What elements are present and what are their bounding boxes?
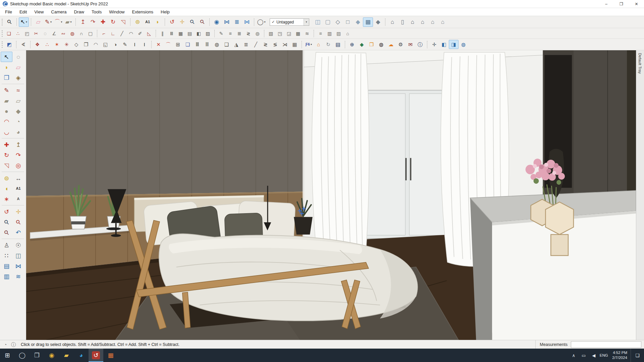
paint-bucket-button[interactable]: ◗: [153, 17, 163, 27]
shaded-style-button[interactable]: ◆: [353, 17, 363, 27]
ext-dome-icon[interactable]: ∩: [77, 29, 86, 38]
ext-pencil-icon[interactable]: ✎: [217, 29, 226, 38]
ext-lines-icon[interactable]: ≡: [316, 29, 325, 38]
globe-model-button[interactable]: ◍: [459, 40, 468, 49]
ext-hatch2-icon[interactable]: ▩: [293, 29, 303, 38]
divider-bar2-icon[interactable]: |: [140, 40, 149, 49]
ext-stair2-icon[interactable]: ≣: [235, 29, 244, 38]
cage-tool-icon[interactable]: ⊞: [173, 40, 183, 49]
zoom-tool[interactable]: ⚲: [1, 217, 12, 227]
menu-file[interactable]: File: [1, 8, 16, 15]
sync-button[interactable]: ↻: [323, 40, 333, 49]
round-tool-icon[interactable]: ◍: [212, 40, 222, 49]
slope-tool-icon[interactable]: ╱: [251, 40, 261, 49]
comp-shape-icon[interactable]: ◇: [71, 40, 81, 49]
ext-diagonal-icon[interactable]: ╱: [117, 29, 126, 38]
rotate-tool-button[interactable]: ↻: [108, 17, 118, 27]
tag-tool[interactable]: ◈: [12, 72, 24, 83]
network-status-icon[interactable]: ▭: [579, 349, 589, 362]
zoom-extents-button[interactable]: ⚲: [197, 17, 207, 27]
section-outline-toggle[interactable]: ≋: [12, 271, 24, 282]
restore-button[interactable]: ❐: [614, 0, 629, 8]
caliper-tool-button[interactable]: ∢: [18, 40, 28, 49]
layers-blue-button[interactable]: ≣: [232, 17, 242, 27]
eraser-tool[interactable]: ▱: [12, 62, 24, 72]
rectangle-tool[interactable]: ▰: [1, 96, 12, 106]
profile-tool-icon[interactable]: Ⅲ: [193, 40, 202, 49]
tag-dropdown[interactable]: ✓ Untagged ▾: [270, 18, 309, 26]
orbit-tool[interactable]: ↺: [1, 206, 12, 217]
three-point-arc-tool[interactable]: ◡: [1, 127, 12, 137]
solid-cube-button[interactable]: ◧: [439, 40, 449, 49]
ext-stair-icon[interactable]: ≡: [226, 29, 235, 38]
freehand-tool[interactable]: ≈: [12, 85, 24, 96]
cloud-upload-button[interactable]: ☁: [386, 40, 396, 49]
ext-sphere2-icon[interactable]: ◍: [253, 29, 262, 38]
launchup-button[interactable]: ⌂: [314, 40, 323, 49]
ext-columns-small-icon[interactable]: ∥: [158, 29, 167, 38]
ext-polyline-icon[interactable]: ∠: [50, 29, 59, 38]
blue-page-tool-icon[interactable]: ❏: [183, 40, 193, 49]
back-edges-style-button[interactable]: ▢: [323, 17, 333, 27]
ext-swirl-icon[interactable]: ∾: [59, 29, 68, 38]
section-display-toggle[interactable]: ▤: [1, 261, 12, 271]
ext-move-button[interactable]: ✛: [429, 40, 439, 49]
comp-half-icon[interactable]: ◑: [110, 40, 120, 49]
push-pull-tool[interactable]: ↥: [12, 139, 24, 150]
texture-ball-icon[interactable]: ▦: [290, 40, 300, 49]
rotate-tool[interactable]: ↻: [1, 150, 12, 160]
comp-copy-icon[interactable]: ❐: [81, 40, 91, 49]
stairs-down-tool-icon[interactable]: ≶: [270, 40, 280, 49]
pillar-tool-icon[interactable]: Ⅲ: [202, 40, 212, 49]
ext-columns-icon[interactable]: Ⅲ: [167, 29, 176, 38]
ext-hatch-icon[interactable]: ▧: [266, 29, 275, 38]
circle-tool[interactable]: ●: [1, 106, 12, 116]
make-component-tool[interactable]: ❒: [1, 72, 12, 83]
ext-scissors-icon[interactable]: ✂: [32, 29, 41, 38]
volume-status-icon[interactable]: ◀: [589, 349, 599, 362]
tag-dropdown-arrow-icon[interactable]: ▾: [304, 19, 309, 25]
look-around-button[interactable]: ◉: [212, 17, 222, 27]
start-button[interactable]: ⊞: [0, 349, 15, 362]
section-blue-button[interactable]: ⋈: [242, 17, 252, 27]
taskbar-clock[interactable]: 4:52 PM 2/7/2024: [609, 349, 631, 362]
side-view-button[interactable]: ⌂: [438, 17, 448, 27]
textured-style-button[interactable]: ▩: [363, 17, 373, 27]
ext-vertices-icon[interactable]: ∴: [13, 29, 22, 38]
monochrome-style-button[interactable]: ◆: [373, 17, 383, 27]
hidden-line-style-button[interactable]: □: [343, 17, 353, 27]
ext-bars-icon[interactable]: ▥: [325, 29, 334, 38]
section-plane-tool[interactable]: ◫: [12, 250, 24, 261]
offset-tool[interactable]: ◎: [12, 160, 24, 171]
menu-help[interactable]: Help: [157, 8, 173, 15]
line-tool-button[interactable]: ✎▾: [43, 17, 53, 27]
two-point-arc-tool[interactable]: ◠: [1, 116, 12, 127]
edge-browser-button[interactable]: ◕: [74, 349, 89, 362]
tape-measure-button[interactable]: ⊚: [132, 17, 143, 27]
walk-blue-button[interactable]: ⋈: [222, 17, 232, 27]
tray-expand-button[interactable]: ∧: [569, 349, 579, 362]
select-tool-button[interactable]: ↖▾: [19, 17, 29, 27]
tape-measure-tool[interactable]: ⊚: [1, 173, 12, 183]
top-view-button[interactable]: ⌂: [408, 17, 418, 27]
menu-extensions[interactable]: Extensions: [128, 8, 157, 15]
zoom-in-tool-button[interactable]: ⚲: [187, 17, 197, 27]
select-tool[interactable]: ↖: [1, 52, 12, 62]
comp-weld-icon[interactable]: ✳: [62, 40, 71, 49]
red-axes-tool-icon[interactable]: ✕: [154, 40, 163, 49]
walk-tool[interactable]: ∷: [1, 250, 12, 261]
eraser-tool-button[interactable]: ▱: [33, 17, 43, 27]
office-app-button[interactable]: ▦: [103, 349, 118, 362]
checkered-ball-button[interactable]: ◍: [376, 40, 386, 49]
comp-burst-icon[interactable]: ✶: [52, 40, 62, 49]
ext-angle-icon[interactable]: ∟: [108, 29, 117, 38]
ext-stripes-icon[interactable]: ▨: [203, 29, 212, 38]
menu-draw[interactable]: Draw: [70, 8, 88, 15]
comp-arc-icon[interactable]: ◠: [91, 40, 101, 49]
chrome-browser-button[interactable]: ◉: [44, 349, 59, 362]
lasso-select-tool[interactable]: ◌: [12, 52, 24, 62]
default-tray-strip[interactable]: Default Tray: [636, 50, 644, 340]
pan-tool-button[interactable]: ✛: [177, 17, 187, 27]
polygon-tool[interactable]: ◆: [12, 106, 24, 116]
add-location-button[interactable]: ⊕: [347, 40, 357, 49]
